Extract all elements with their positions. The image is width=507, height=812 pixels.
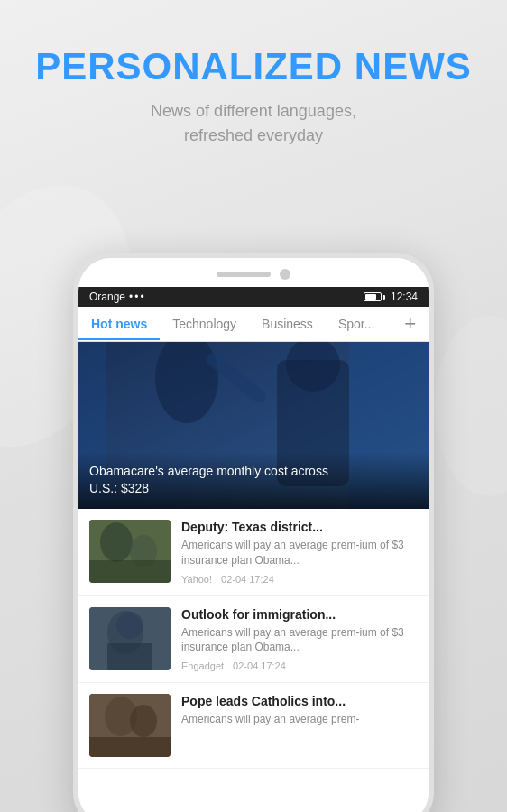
tab-sports[interactable]: Spor... — [326, 308, 387, 340]
phone-top-bar — [78, 258, 429, 287]
app-content: Hot news Technology Business Spor... + — [78, 307, 429, 812]
svg-rect-11 — [89, 560, 171, 583]
news-content: Pope leads Catholics into... Americans w… — [181, 694, 418, 757]
news-thumbnail — [89, 520, 171, 583]
subtitle: News of different languages, refreshed e… — [0, 99, 507, 148]
news-time: 02-04 17:24 — [233, 660, 286, 671]
thumb-svg — [89, 607, 171, 670]
phone-mockup: Orange ••• 12:34 Hot news Technology Bus… — [73, 253, 434, 812]
list-item[interactable]: Pope leads Catholics into... Americans w… — [78, 683, 429, 769]
news-title: Deputy: Texas district... — [181, 520, 418, 534]
list-item[interactable]: Outlook for immigration... Americans wil… — [78, 596, 429, 684]
tab-technology[interactable]: Technology — [160, 308, 249, 340]
news-meta: Yahoo! 02-04 17:24 — [181, 574, 418, 585]
news-excerpt: Americans will pay an average prem- — [181, 712, 418, 727]
news-source: Yahoo! — [181, 574, 212, 585]
thumb-svg — [89, 520, 171, 583]
svg-point-9 — [100, 522, 133, 562]
clock-time: 12:34 — [391, 291, 418, 303]
page-header: PERSONALIZED NEWS News of different lang… — [0, 0, 507, 166]
news-source: Engadget — [181, 660, 224, 671]
thumb-svg — [89, 694, 171, 757]
news-excerpt: Americans will pay an average prem-ium o… — [181, 625, 418, 656]
list-item[interactable]: Deputy: Texas district... Americans will… — [78, 509, 429, 596]
news-title: Outlook for immigration... — [181, 607, 418, 622]
tab-business[interactable]: Business — [249, 308, 326, 340]
news-meta: Engadget 02-04 17:24 — [181, 660, 418, 671]
status-left: Orange ••• — [89, 291, 146, 303]
news-thumbnail — [89, 694, 171, 757]
battery-icon — [364, 292, 385, 301]
tab-bar: Hot news Technology Business Spor... + — [78, 307, 429, 342]
tab-add-button[interactable]: + — [392, 307, 429, 341]
news-excerpt: Americans will pay an average prem-ium o… — [181, 538, 418, 568]
hero-image: Obamacare's average monthly cost across … — [78, 342, 429, 509]
carrier-dots: ••• — [129, 291, 146, 303]
hero-overlay: Obamacare's average monthly cost across … — [78, 452, 429, 509]
svg-point-15 — [116, 612, 143, 639]
news-content: Outlook for immigration... Americans wil… — [181, 607, 418, 672]
news-content: Deputy: Texas district... Americans will… — [181, 520, 418, 585]
news-list: Deputy: Texas district... Americans will… — [78, 509, 429, 769]
status-right: 12:34 — [364, 291, 418, 303]
news-thumbnail — [89, 607, 171, 670]
tab-hot-news[interactable]: Hot news — [78, 308, 160, 340]
news-time: 02-04 17:24 — [221, 574, 274, 585]
phone-camera — [280, 269, 290, 280]
svg-rect-14 — [107, 643, 152, 670]
status-bar: Orange ••• 12:34 — [78, 287, 429, 307]
svg-point-18 — [130, 705, 157, 737]
carrier-name: Orange — [89, 291, 125, 303]
phone-speaker — [217, 272, 271, 277]
svg-rect-19 — [89, 737, 171, 757]
main-title: PERSONALIZED NEWS — [0, 45, 507, 88]
news-title: Pope leads Catholics into... — [181, 694, 418, 708]
